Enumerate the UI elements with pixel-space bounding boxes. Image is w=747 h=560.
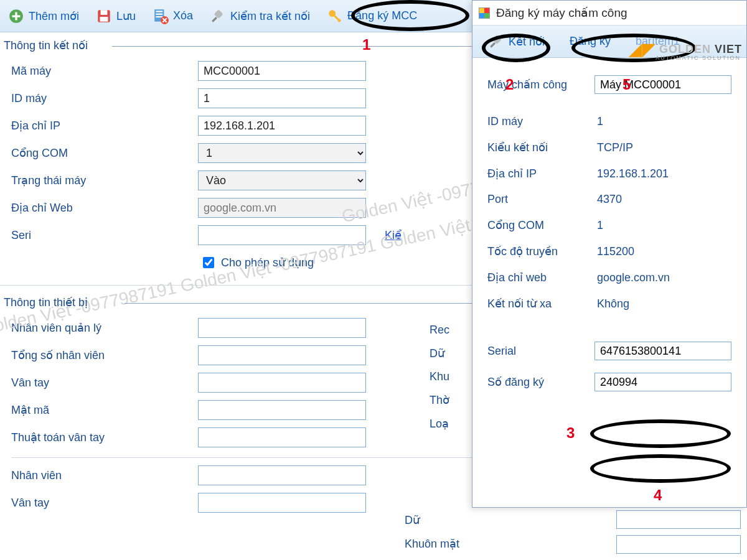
vt2-label: Vân tay: [11, 497, 198, 510]
popup-mcc-input[interactable]: [594, 75, 731, 94]
seri-check-link[interactable]: Kiể: [385, 228, 402, 242]
popup-baritem-label: barItem1: [636, 35, 680, 48]
popup-web-value: google.com.vn: [597, 271, 670, 284]
mamay-label: Mã máy: [11, 65, 198, 78]
plug-icon: [209, 7, 227, 25]
popup-id-label: ID máy: [487, 115, 597, 128]
popup-remote-label: Kết nối từ xa: [487, 297, 597, 310]
vantay-label: Vân tay: [11, 376, 198, 390]
popup-connect-button[interactable]: Kết nối: [487, 33, 545, 50]
popup-body: Máy chấm công ID máy1 Kiểu kết nốiTCP/IP…: [472, 58, 746, 404]
popup-reg-input[interactable]: [594, 373, 731, 391]
testconn-label: Kiểm tra kết nối: [230, 9, 310, 23]
allow-checkbox[interactable]: Cho phép sử dụng: [200, 255, 314, 270]
popup-toolbar: Kết nối Đăng ký barItem1: [472, 26, 746, 58]
matma-label: Mật mã: [11, 403, 198, 417]
delete-label: Xóa: [173, 9, 193, 22]
svg-rect-5: [156, 11, 162, 12]
window-icon: [479, 7, 490, 19]
vantay-input[interactable]: [198, 373, 366, 393]
ip-input[interactable]: [198, 116, 366, 136]
idmay-input[interactable]: [198, 88, 366, 108]
popup-serial-input[interactable]: [594, 342, 731, 360]
section-connection-label: Thông tin kết nối: [4, 39, 88, 52]
new-button[interactable]: Thêm mới: [4, 5, 83, 27]
popup-titlebar: Đăng ký máy chấm công: [472, 1, 746, 26]
idmay-label: ID máy: [11, 92, 198, 105]
popup-baritem[interactable]: barItem1: [636, 35, 680, 48]
popup-register-label: Đăng ký: [570, 35, 611, 48]
popup-baud-value: 115200: [597, 245, 634, 258]
matma-input[interactable]: [198, 400, 366, 420]
nvql-label: Nhân viên quản lý: [11, 321, 198, 335]
popup-remote-value: Không: [597, 297, 629, 310]
ip-label: Địa chỉ IP: [11, 119, 198, 133]
popup-reg-label: Số đăng ký: [487, 375, 594, 389]
popup-title-text: Đăng ký máy chấm công: [496, 6, 627, 20]
popup-baud-label: Tốc độ truyền: [487, 245, 597, 258]
save-icon: [95, 7, 113, 25]
popup-conn-label: Kiểu kết nối: [487, 141, 597, 154]
svg-rect-6: [156, 13, 162, 14]
partial-du2: Dữ: [405, 513, 459, 527]
plus-icon: [7, 7, 25, 25]
popup-port-value: 4370: [597, 193, 622, 206]
save-label: Lưu: [116, 9, 136, 23]
bottom-right-inputs: [616, 510, 741, 554]
bottom-right-labels: Dữ Khuôn mặt: [405, 513, 459, 551]
du2-input[interactable]: [616, 510, 741, 529]
svg-rect-2: [101, 10, 108, 15]
allow-label: Cho phép sử dụng: [221, 256, 314, 269]
popup-ip-value: 192.168.1.201: [597, 167, 669, 180]
delete-icon: [152, 7, 169, 25]
trangthai-select[interactable]: Vào: [198, 170, 366, 190]
web-input[interactable]: [198, 198, 366, 218]
register-mcc-button[interactable]: Đăng ký MCC: [322, 5, 421, 27]
popup-web-label: Địa chỉ web: [487, 271, 597, 284]
popup-connect-label: Kết nối: [509, 35, 545, 49]
section-device-label: Thông tin thiết bị: [4, 296, 88, 309]
nv-label: Nhân viên: [11, 469, 198, 482]
svg-rect-3: [100, 17, 108, 22]
popup-ip-label: Địa chỉ IP: [487, 167, 597, 180]
nvql-input[interactable]: [198, 318, 366, 338]
trangthai-label: Trạng thái máy: [11, 174, 198, 187]
partial-khuon: Khuôn mặt: [405, 537, 459, 551]
plug-icon: [487, 33, 505, 50]
popup-com-label: Cổng COM: [487, 218, 597, 232]
ttvt-label: Thuật toán vân tay: [11, 431, 198, 444]
seri-input[interactable]: [198, 225, 366, 245]
tongnv-label: Tổng số nhân viên: [11, 348, 198, 362]
popup-mcc-label: Máy chấm công: [487, 78, 594, 91]
seri-label: Seri: [11, 229, 198, 242]
vt2-input[interactable]: [198, 493, 366, 513]
key-icon: [326, 7, 344, 25]
popup-com-value: 1: [597, 219, 603, 232]
svg-rect-7: [156, 16, 162, 17]
popup-conn-value: TCP/IP: [597, 141, 633, 154]
nv-input[interactable]: [198, 465, 366, 485]
delete-button[interactable]: Xóa: [148, 5, 197, 27]
khuon-input[interactable]: [616, 535, 741, 554]
popup-serial-label: Serial: [487, 345, 594, 358]
ttvt-input[interactable]: [198, 427, 366, 447]
web-label: Địa chỉ Web: [11, 201, 198, 215]
regmcc-label: Đăng ký MCC: [347, 9, 417, 22]
save-button[interactable]: Lưu: [92, 5, 139, 27]
new-label: Thêm mới: [29, 9, 79, 23]
test-connection-button[interactable]: Kiểm tra kết nối: [205, 5, 314, 27]
mamay-input[interactable]: [198, 61, 366, 81]
popup-register-button[interactable]: Đăng ký: [570, 35, 611, 48]
tongnv-input[interactable]: [198, 345, 366, 365]
register-popup: Đăng ký máy chấm công Kết nối Đăng ký ba…: [472, 0, 747, 508]
allow-checkbox-input[interactable]: [203, 257, 214, 268]
com-label: Cổng COM: [11, 146, 198, 160]
com-select[interactable]: 1: [198, 143, 366, 163]
popup-id-value: 1: [597, 115, 603, 128]
popup-port-label: Port: [487, 193, 597, 206]
